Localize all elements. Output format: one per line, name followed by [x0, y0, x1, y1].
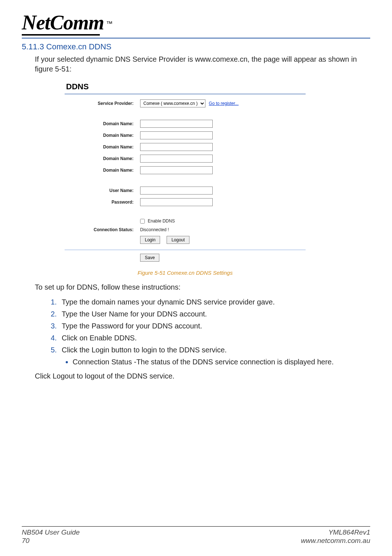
ddns-panel: DDNS Service Provider: Comexe ( www.come…	[62, 79, 309, 267]
domain-name-input-4[interactable]	[140, 155, 213, 163]
go-to-register-link[interactable]: Go to register...	[209, 101, 238, 106]
domain-name-label-3: Domain Name:	[65, 144, 134, 150]
instructions-lead: To set up for DDNS, follow these instruc…	[35, 282, 370, 292]
step-3: Type the Password for your DDNS account.	[59, 320, 370, 332]
footer-guide-title: NB504 User Guide	[22, 528, 79, 537]
connection-status-label: Connection Status:	[65, 227, 134, 232]
header-rule	[22, 38, 370, 38]
password-label: Password:	[65, 200, 134, 205]
instructions-list: Type the domain names your dynamic DNS s…	[49, 297, 370, 368]
domain-name-label-5: Domain Name:	[65, 168, 134, 173]
domain-name-label-2: Domain Name:	[65, 133, 134, 138]
section-heading: 5.11.3 Comexe.cn DDNS	[22, 42, 370, 52]
step-5-text: Click the Login button to login to the D…	[62, 346, 227, 354]
service-provider-select[interactable]: Comexe ( www.comexe.cn )	[140, 99, 205, 107]
instructions-outro: Click Logout to logout of the DDNS servi…	[35, 371, 370, 381]
spacer	[65, 210, 306, 215]
user-name-label: User Name:	[65, 188, 134, 193]
domain-name-input-1[interactable]	[140, 120, 213, 128]
brand-wordmark: NetComm	[22, 11, 104, 34]
save-button[interactable]: Save	[140, 254, 159, 262]
service-provider-cell: Comexe ( www.comexe.cn ) Go to register.…	[140, 99, 306, 107]
domain-name-label-1: Domain Name:	[65, 121, 134, 126]
figure-caption: Figure 5-51 Comexe.cn DDNS Settings	[62, 270, 309, 276]
password-input[interactable]	[140, 198, 213, 206]
section-intro: If your selected dynamic DNS Service Pro…	[35, 54, 370, 74]
spacer	[65, 111, 306, 116]
logo-underline	[22, 34, 100, 36]
spacer	[65, 178, 306, 183]
enable-ddns-label: Enable DDNS	[148, 218, 175, 224]
step-4: Click on Enable DDNS.	[59, 332, 370, 344]
connection-status-value: Disconnected !	[140, 227, 306, 232]
logout-button[interactable]: Logout	[167, 236, 189, 244]
login-button[interactable]: Login	[140, 236, 160, 244]
domain-name-input-5[interactable]	[140, 166, 213, 174]
step-2: Type the User Name for your DDNS account…	[59, 308, 370, 320]
domain-name-input-3[interactable]	[140, 143, 213, 151]
step-5-sub-bullet: Connection Status -The status of the DDN…	[73, 356, 370, 368]
domain-name-input-2[interactable]	[140, 131, 213, 139]
enable-ddns-checkbox[interactable]	[140, 219, 145, 224]
page-footer: NB504 User Guide 70 YML864Rev1 www.netco…	[22, 526, 370, 545]
footer-page-number: 70	[22, 536, 79, 545]
domain-name-label-4: Domain Name:	[65, 156, 134, 161]
service-provider-label: Service Provider:	[65, 101, 134, 106]
footer-doc-rev: YML864Rev1	[301, 528, 370, 537]
footer-rule	[22, 526, 370, 527]
panel-top-rule	[65, 94, 306, 94]
panel-bottom-rule	[65, 250, 306, 250]
step-1: Type the domain names your dynamic DNS s…	[59, 297, 370, 308]
trademark-symbol: ™	[106, 20, 113, 28]
footer-url: www.netcomm.com.au	[301, 536, 370, 545]
user-name-input[interactable]	[140, 187, 213, 195]
brand-logo: NetComm ™	[22, 11, 370, 34]
panel-title: DDNS	[66, 82, 306, 91]
step-5: Click the Login button to login to the D…	[59, 344, 370, 368]
